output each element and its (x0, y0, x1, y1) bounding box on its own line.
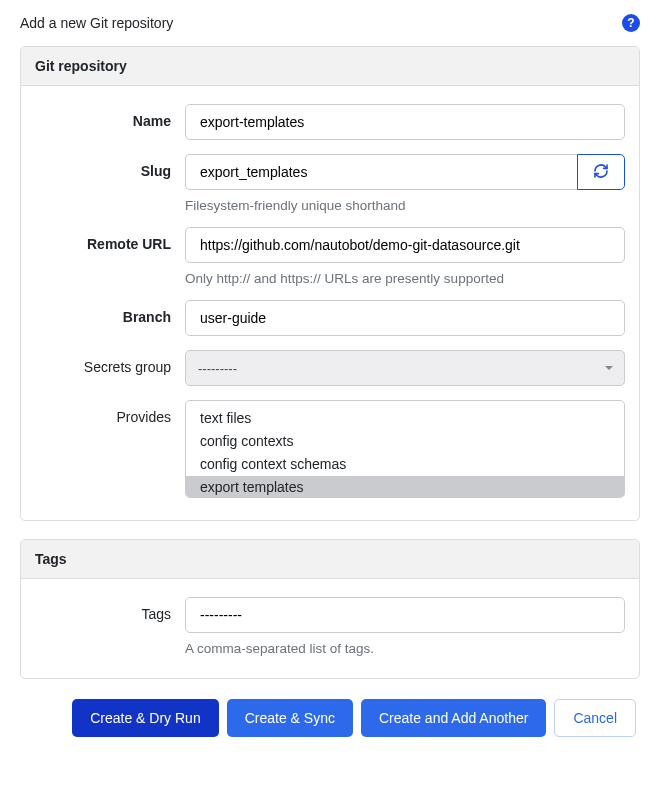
provides-option[interactable]: config context schemas (186, 453, 624, 476)
provides-multiselect[interactable]: text filesconfig contextsconfig context … (186, 401, 624, 497)
panel-header-tags: Tags (21, 540, 639, 579)
cancel-button[interactable]: Cancel (554, 699, 636, 737)
secrets-group-select[interactable]: --------- (185, 350, 625, 386)
remote-url-help: Only http:// and https:// URLs are prese… (185, 271, 625, 286)
page-title: Add a new Git repository (20, 15, 173, 31)
slug-input[interactable] (185, 154, 577, 190)
name-input[interactable] (185, 104, 625, 140)
create-add-another-button[interactable]: Create and Add Another (361, 699, 546, 737)
form-buttons: Create & Dry Run Create & Sync Create an… (20, 699, 640, 737)
panel-header-git: Git repository (21, 47, 639, 86)
tags-help: A comma-separated list of tags. (185, 641, 625, 656)
remote-url-input[interactable] (185, 227, 625, 263)
secrets-group-value: --------- (198, 361, 237, 376)
tags-input[interactable] (185, 597, 625, 633)
git-repository-panel: Git repository Name Slug (20, 46, 640, 521)
branch-input[interactable] (185, 300, 625, 336)
create-sync-button[interactable]: Create & Sync (227, 699, 353, 737)
slug-label: Slug (35, 154, 185, 179)
provides-option[interactable]: export templates (186, 476, 624, 497)
remote-url-label: Remote URL (35, 227, 185, 252)
tags-panel: Tags Tags A comma-separated list of tags… (20, 539, 640, 679)
refresh-icon (593, 163, 609, 182)
provides-option[interactable]: config contexts (186, 430, 624, 453)
tags-label: Tags (35, 597, 185, 622)
provides-option[interactable]: text files (186, 407, 624, 430)
name-label: Name (35, 104, 185, 129)
secrets-group-label: Secrets group (35, 350, 185, 375)
help-icon[interactable]: ? (622, 14, 640, 32)
create-dry-run-button[interactable]: Create & Dry Run (72, 699, 218, 737)
provides-label: Provides (35, 400, 185, 425)
branch-label: Branch (35, 300, 185, 325)
slug-refresh-button[interactable] (577, 154, 625, 190)
slug-help: Filesystem-friendly unique shorthand (185, 198, 625, 213)
